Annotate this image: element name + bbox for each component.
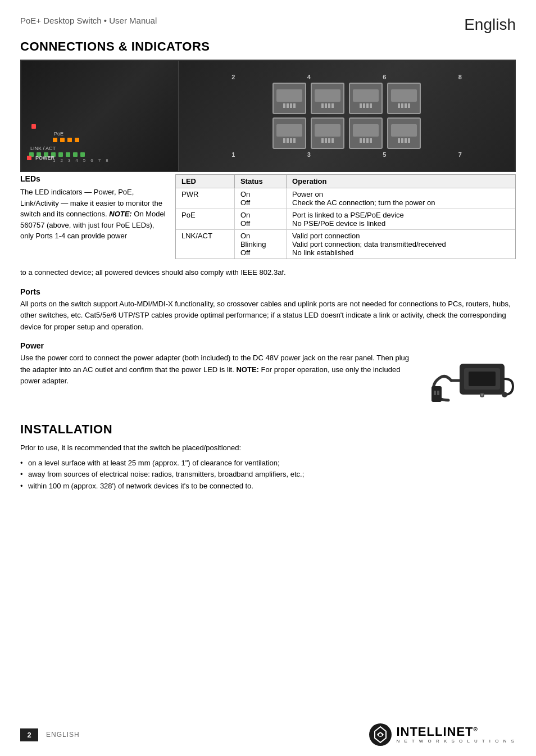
device-image: PoE LINK / ACT — [20, 60, 516, 172]
adapter-svg — [426, 352, 516, 414]
pin — [283, 103, 285, 108]
svg-rect-2 — [469, 372, 496, 386]
port-3 — [311, 117, 344, 149]
port-8 — [387, 83, 421, 114]
ports-bottom-row — [190, 117, 503, 149]
pin — [290, 138, 292, 143]
intellinet-text: INTELLINET® N E T W O R K S O L U T I O … — [396, 726, 516, 744]
power-indicator — [27, 156, 31, 160]
port-6-inner — [353, 89, 379, 102]
bottom-port-3: 3 — [307, 151, 311, 158]
led-table: LED Status Operation PWR OnOff Power onC… — [176, 175, 515, 259]
page-header: PoE+ Desktop Switch • User Manual Englis… — [20, 16, 516, 34]
svg-point-4 — [481, 394, 483, 396]
port-1 — [272, 117, 306, 149]
port-numbers-top-row: 2 4 6 8 — [190, 74, 503, 80]
pin — [401, 103, 403, 108]
pin — [398, 103, 400, 108]
pin — [290, 103, 292, 108]
top-port-6: 6 — [383, 74, 386, 80]
power-content: Use the power cord to connect the power … — [20, 352, 516, 414]
port-1-inner — [276, 124, 302, 137]
pin — [408, 103, 410, 108]
link-act-label: LINK / ACT — [30, 146, 87, 151]
led-description: LEDs The LED indicators — Power, PoE, Li… — [20, 174, 166, 259]
link-led-7 — [73, 152, 78, 157]
installation-intro: Prior to use, it is recommended that the… — [20, 442, 516, 454]
port-7-pins — [398, 138, 410, 143]
pin — [328, 103, 330, 108]
brand-subtitle: N E T W O R K S O L U T I O N S — [396, 739, 516, 744]
port-num-8: 8 — [106, 158, 108, 163]
device-right-panel: 2 4 6 8 — [179, 61, 515, 171]
poe-led-3 — [67, 138, 72, 142]
pin — [321, 103, 324, 108]
device-left-panel: PoE LINK / ACT — [21, 61, 179, 171]
continued-text: to a connected device; all powered devic… — [20, 267, 516, 278]
power-section: Power Use the power cord to connect the … — [20, 341, 516, 414]
port-3-inner — [315, 124, 340, 137]
port-2-pins — [283, 103, 296, 108]
port-4-pins — [321, 103, 334, 108]
top-port-2: 2 — [231, 74, 235, 80]
poe-led-4 — [75, 138, 79, 142]
table-row-lnkact: LNK/ACT OnBlinkingOff Valid port connect… — [176, 230, 515, 259]
footer-left: 2 ENGLISH — [20, 728, 80, 741]
pin — [370, 138, 372, 143]
brand-name: INTELLINET® — [396, 726, 516, 738]
poe-operation: Port is linked to a PSE/PoE deviceNo PSE… — [287, 209, 515, 230]
pwr-status: OnOff — [234, 188, 286, 209]
poe-led-1 — [53, 138, 57, 142]
pwr-operation: Power onCheck the AC connection; turn th… — [287, 188, 515, 209]
port-numbers-bottom-row: 1 3 5 7 — [190, 151, 503, 158]
port-6 — [349, 83, 383, 114]
port-num-7: 7 — [98, 158, 101, 163]
leds-description-text: The LED indicators — Power, PoE, Link/Ac… — [20, 187, 166, 242]
pin — [360, 103, 362, 108]
port-5-pins — [360, 138, 372, 143]
lnkact-operation: Valid port connectionValid port connecti… — [287, 230, 515, 259]
installation-heading: INSTALLATION — [20, 422, 516, 437]
page-footer: 2 ENGLISH INTELLINET® N E T W O R K S O … — [20, 722, 516, 747]
col-operation: Operation — [287, 175, 515, 188]
installation-list: on a level surface with at least 25 mm (… — [20, 458, 516, 492]
pin — [331, 103, 334, 108]
bottom-port-1: 1 — [231, 151, 235, 158]
ports-heading: Ports — [20, 287, 516, 296]
port-2-inner — [276, 89, 302, 102]
poe-led-2 — [60, 138, 65, 142]
manual-title: PoE+ Desktop Switch • User Manual — [20, 16, 157, 25]
col-status: Status — [234, 175, 286, 188]
bullet-item-1: on a level surface with at least 25 mm (… — [20, 458, 516, 469]
svg-rect-5 — [431, 386, 442, 402]
power-adapter-image — [426, 352, 516, 414]
power-led-row — [29, 124, 169, 129]
port-5 — [349, 117, 383, 149]
table-row-pwr: PWR OnOff Power onCheck the AC connectio… — [176, 188, 515, 209]
pin — [405, 103, 407, 108]
power-text: Use the power cord to connect the power … — [20, 352, 417, 387]
port-num-2: 2 — [60, 158, 62, 163]
port-num-4: 4 — [75, 158, 78, 163]
ports-section: Ports All ports on the switch support Au… — [20, 287, 516, 333]
leds-heading: LEDs — [20, 174, 166, 183]
port-7 — [387, 117, 421, 149]
power-bottom-label: POWER — [35, 155, 54, 161]
lnkact-status: OnBlinkingOff — [234, 230, 286, 259]
pin — [331, 138, 334, 143]
power-led-dot — [31, 124, 36, 129]
power-heading: Power — [20, 341, 516, 350]
pin — [363, 103, 365, 108]
pin — [328, 138, 330, 143]
pin — [321, 138, 324, 143]
poe-status: OnOff — [234, 209, 286, 230]
pin — [401, 138, 403, 143]
link-led-8 — [80, 152, 85, 157]
port-5-inner — [353, 124, 379, 137]
port-num-3: 3 — [68, 158, 70, 163]
power-note-bold: NOTE: — [236, 365, 258, 374]
port-7-inner — [391, 124, 417, 137]
footer-language: ENGLISH — [46, 731, 80, 739]
ports-container: 2 4 6 8 — [179, 61, 515, 171]
port-2 — [272, 83, 306, 114]
